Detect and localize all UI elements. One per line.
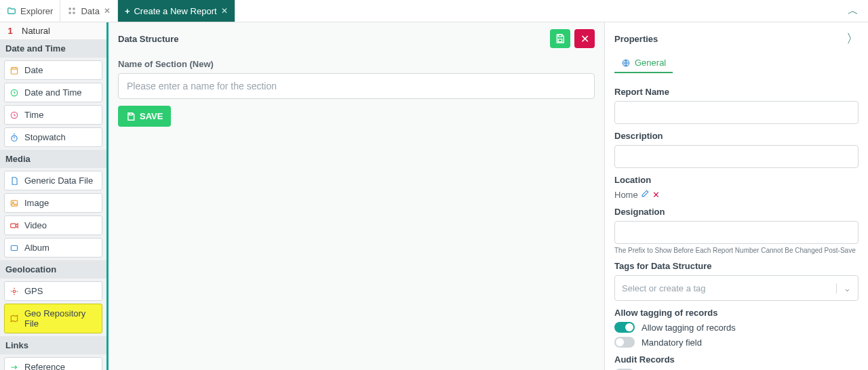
center-panel: Data Structure ✕ Name of Section (New) S… <box>108 22 605 370</box>
natural-number: 1 <box>5 26 15 36</box>
tab-create-report[interactable]: + Create a New Report ✕ <box>118 0 235 22</box>
location-label: Location <box>614 175 859 185</box>
calendar-icon <box>9 66 19 75</box>
item-label: Generic Data File <box>24 176 93 186</box>
plus-icon: + <box>125 6 130 16</box>
tab-label: Data <box>81 6 99 16</box>
item-label: Date <box>24 65 43 75</box>
toggle-allow-tagging[interactable] <box>614 322 635 333</box>
file-icon <box>9 176 19 186</box>
svg-point-1 <box>73 8 75 9</box>
svg-rect-4 <box>11 67 17 73</box>
chevron-up-icon[interactable]: ︿ <box>848 4 859 18</box>
item-time[interactable]: Time <box>4 105 102 125</box>
gps-icon <box>9 287 19 296</box>
clock-plus-icon <box>9 88 19 98</box>
description-label: Description <box>614 131 859 141</box>
stopwatch-icon <box>9 133 19 142</box>
natural-row[interactable]: 1 Natural <box>0 22 106 39</box>
location-value: Home <box>614 190 638 200</box>
close-icon[interactable]: ✕ <box>221 6 228 16</box>
category-links: Links <box>0 336 106 354</box>
svg-rect-8 <box>11 200 17 205</box>
category-geolocation: Geolocation <box>0 260 106 279</box>
description-input[interactable] <box>614 145 859 168</box>
item-stopwatch[interactable]: Stopwatch <box>4 127 102 147</box>
item-geo-repo-file[interactable]: Geo Repository File <box>4 304 102 333</box>
tab-general[interactable]: General <box>614 54 673 73</box>
item-label: Time <box>24 110 43 120</box>
edit-icon[interactable] <box>641 189 650 200</box>
data-structure-title: Data Structure <box>118 34 179 44</box>
tags-placeholder: Select or create a tag <box>622 283 706 293</box>
clock-icon <box>9 110 19 120</box>
allow-tagging-row-label: Allow tagging of records <box>642 323 736 333</box>
item-label: Stopwatch <box>24 132 66 142</box>
item-label: Video <box>24 220 47 230</box>
category-media: Media <box>0 150 106 168</box>
report-name-input[interactable] <box>614 101 859 124</box>
tags-label: Tags for Data Structure <box>614 261 859 271</box>
item-reference[interactable]: Reference <box>4 357 102 370</box>
item-label: Date and Time <box>24 87 82 98</box>
folder-icon <box>7 6 16 16</box>
allow-tagging-head: Allow tagging of records <box>614 308 859 318</box>
properties-panel: Properties 〉 General Report Name Descrip… <box>605 22 868 370</box>
toggle-mandatory-field[interactable] <box>614 337 635 348</box>
section-name-input[interactable] <box>118 73 595 99</box>
natural-label: Natural <box>22 26 50 36</box>
svg-point-12 <box>13 290 16 293</box>
svg-rect-11 <box>11 245 17 250</box>
arrow-right-icon <box>9 363 19 371</box>
data-type-sidebar: 1 Natural Date and Time Date Date and Ti… <box>0 22 108 370</box>
svg-point-0 <box>69 8 71 9</box>
item-video[interactable]: Video <box>4 215 102 235</box>
album-icon <box>9 243 19 253</box>
save-section-button[interactable]: SAVE <box>118 106 171 127</box>
tab-data[interactable]: Data ✕ <box>60 0 117 22</box>
item-datetime[interactable]: Date and Time <box>4 83 102 102</box>
category-date-time: Date and Time <box>0 39 106 58</box>
tags-select[interactable]: Select or create a tag ⌄ <box>614 275 859 301</box>
svg-rect-16 <box>130 112 133 115</box>
item-gps[interactable]: GPS <box>4 281 102 301</box>
close-structure-button[interactable]: ✕ <box>574 29 595 48</box>
globe-icon <box>621 58 631 68</box>
tab-explorer[interactable]: Explorer <box>0 0 60 22</box>
svg-rect-15 <box>558 39 561 42</box>
svg-rect-14 <box>558 35 561 37</box>
item-label: Reference <box>24 362 65 370</box>
svg-point-3 <box>73 12 75 14</box>
data-icon <box>67 6 77 16</box>
close-icon[interactable]: ✕ <box>104 6 111 16</box>
section-name-label: Name of Section (New) <box>118 59 595 69</box>
chevron-right-icon[interactable]: 〉 <box>846 30 859 47</box>
item-label: Image <box>24 198 49 208</box>
geo-file-icon <box>9 314 19 323</box>
item-generic-file[interactable]: Generic Data File <box>4 171 102 190</box>
mandatory-row-label: Mandatory field <box>642 337 702 348</box>
item-album[interactable]: Album <box>4 238 102 258</box>
designation-hint: The Prefix to Show Before Each Report Nu… <box>614 247 859 254</box>
tab-label: Explorer <box>20 6 53 16</box>
item-label: Album <box>24 243 50 253</box>
video-icon <box>9 221 19 230</box>
properties-title: Properties <box>614 34 658 44</box>
item-date[interactable]: Date <box>4 60 102 80</box>
remove-icon[interactable]: ✕ <box>652 190 660 200</box>
chevron-down-icon: ⌄ <box>836 283 851 293</box>
item-label: Geo Repository File <box>24 308 97 329</box>
tab-label: Create a New Report <box>134 6 216 16</box>
report-name-label: Report Name <box>614 87 859 97</box>
tab-general-label: General <box>635 58 666 68</box>
svg-point-2 <box>69 12 71 14</box>
designation-input[interactable] <box>614 221 859 244</box>
designation-label: Designation <box>614 207 859 217</box>
image-icon <box>9 199 19 208</box>
save-button-label: SAVE <box>140 111 163 121</box>
svg-rect-10 <box>11 224 16 228</box>
save-structure-button[interactable] <box>550 29 570 48</box>
item-label: GPS <box>24 286 43 296</box>
audit-records-head: Audit Records <box>614 354 859 365</box>
item-image[interactable]: Image <box>4 193 102 213</box>
